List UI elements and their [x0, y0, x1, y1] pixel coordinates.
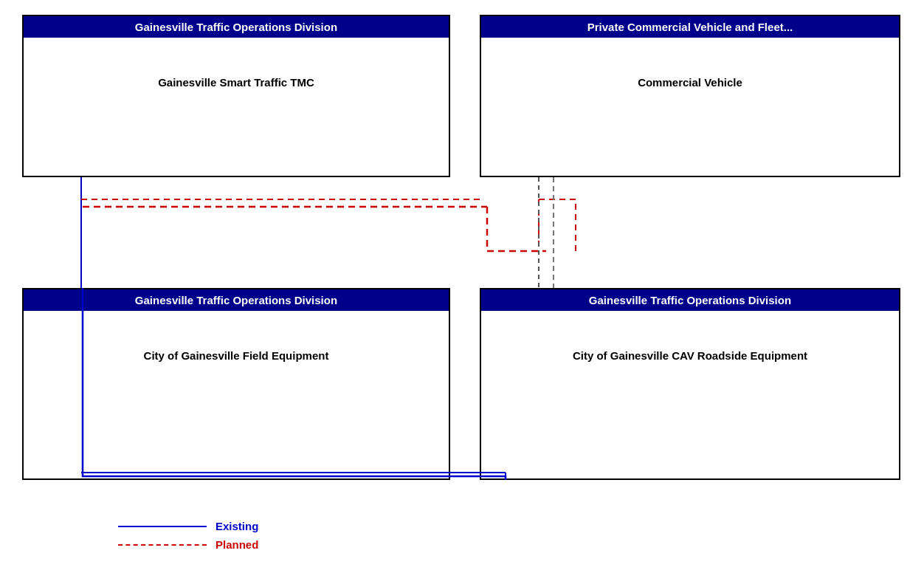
box-bottom-left-header: Gainesville Traffic Operations Division [24, 289, 449, 311]
legend-existing-line [118, 526, 207, 527]
box-bottom-right-header: Gainesville Traffic Operations Division [481, 289, 899, 311]
diagram-container: Gainesville Traffic Operations Division … [0, 0, 924, 573]
legend: Existing Planned [118, 520, 258, 551]
box-top-left: Gainesville Traffic Operations Division … [22, 15, 450, 177]
box-top-right-body: Commercial Vehicle [481, 38, 899, 126]
legend-planned-line [118, 544, 207, 546]
legend-existing: Existing [118, 520, 258, 532]
legend-planned-label: Planned [216, 538, 258, 551]
box-bottom-right: Gainesville Traffic Operations Division … [480, 288, 900, 480]
box-top-right-header: Private Commercial Vehicle and Fleet... [481, 16, 899, 38]
box-bottom-left: Gainesville Traffic Operations Division … [22, 288, 450, 480]
legend-existing-label: Existing [216, 520, 258, 532]
box-top-right: Private Commercial Vehicle and Fleet... … [480, 15, 900, 177]
box-bottom-right-body: City of Gainesville CAV Roadside Equipme… [481, 311, 899, 399]
box-top-left-header: Gainesville Traffic Operations Division [24, 16, 449, 38]
box-bottom-left-body: City of Gainesville Field Equipment [24, 311, 449, 399]
box-top-left-body: Gainesville Smart Traffic TMC [24, 38, 449, 126]
legend-planned: Planned [118, 538, 258, 551]
